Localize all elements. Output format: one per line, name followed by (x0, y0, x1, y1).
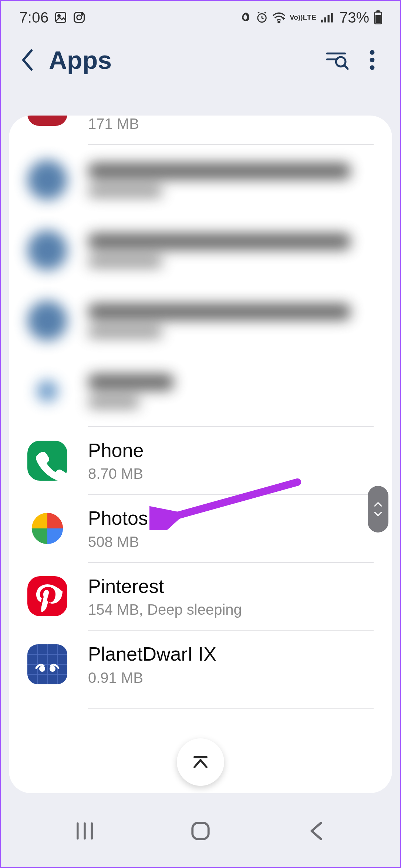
svg-rect-10 (331, 13, 333, 23)
photos-app-icon (27, 508, 67, 548)
instagram-icon (73, 11, 86, 24)
list-item[interactable]: 171 MB (9, 116, 392, 144)
nav-back-button[interactable] (294, 816, 338, 846)
gallery-icon (54, 11, 67, 24)
signal-icon (320, 12, 334, 23)
svg-rect-8 (324, 17, 326, 23)
app-name: Photos (88, 507, 374, 530)
svg-rect-21 (27, 116, 67, 126)
back-button[interactable] (14, 47, 41, 73)
redacted-rows (9, 145, 392, 426)
jump-to-top-button[interactable] (177, 738, 224, 786)
app-size: 171 MB (88, 116, 374, 132)
app-size: 0.91 MB (88, 670, 374, 686)
svg-rect-9 (327, 15, 329, 23)
app-name: Pinterest (88, 575, 374, 598)
svg-point-32 (50, 666, 55, 672)
apps-list[interactable]: 171 MB Phone 8.70 MB (9, 116, 392, 793)
page-title: Apps (49, 46, 316, 74)
app-size: 154 MB, Deep sleeping (88, 601, 374, 618)
svg-point-1 (58, 15, 60, 17)
svg-rect-0 (55, 13, 65, 23)
list-item-phone[interactable]: Phone 8.70 MB (9, 427, 392, 494)
svg-point-18 (370, 50, 375, 55)
pinterest-app-icon (27, 576, 67, 616)
svg-point-20 (370, 65, 375, 70)
battery-percent: 73% (340, 9, 369, 26)
separator (88, 708, 374, 709)
svg-rect-7 (321, 20, 323, 23)
app-icon (27, 116, 67, 127)
status-bar: 7:06 Vo))LTE 73% (1, 1, 400, 34)
planet-app-icon (27, 644, 67, 684)
nav-recents-button[interactable] (63, 816, 107, 846)
more-options-button[interactable] (357, 45, 387, 75)
volte-icon: Vo))LTE (290, 14, 317, 20)
list-item-pinterest[interactable]: Pinterest 154 MB, Deep sleeping (9, 563, 392, 630)
list-item-planetdwar[interactable]: PlanetDwarI IX 0.91 MB (9, 631, 392, 708)
svg-point-31 (39, 666, 45, 672)
battery-icon (374, 10, 383, 24)
chevron-down-icon (373, 510, 383, 518)
svg-line-17 (344, 65, 348, 69)
apps-list-card: 171 MB Phone 8.70 MB (9, 116, 392, 793)
leaf-icon (240, 11, 252, 23)
app-name: PlanetDwarI IX (88, 642, 374, 665)
status-right: Vo))LTE 73% (240, 9, 383, 26)
navigation-bar (1, 804, 400, 867)
app-bar: Apps (1, 34, 400, 86)
svg-point-19 (370, 58, 375, 63)
status-time: 7:06 (19, 9, 49, 26)
alarm-icon (256, 11, 268, 24)
svg-point-6 (278, 21, 280, 23)
status-left: 7:06 (19, 9, 86, 26)
list-item-photos[interactable]: Photos 508 MB (9, 495, 392, 562)
svg-point-4 (81, 14, 83, 15)
svg-rect-13 (375, 15, 381, 23)
app-name: Phone (88, 439, 374, 462)
wifi-icon (272, 11, 286, 23)
app-size: 508 MB (88, 534, 374, 550)
app-size: 8.70 MB (88, 465, 374, 482)
phone-app-icon (27, 441, 67, 481)
nav-home-button[interactable] (178, 816, 223, 846)
svg-point-3 (77, 15, 82, 20)
fast-scroll-handle[interactable] (368, 486, 388, 533)
svg-rect-38 (192, 823, 209, 839)
filter-search-button[interactable] (322, 45, 351, 75)
chevron-up-icon (373, 501, 383, 508)
